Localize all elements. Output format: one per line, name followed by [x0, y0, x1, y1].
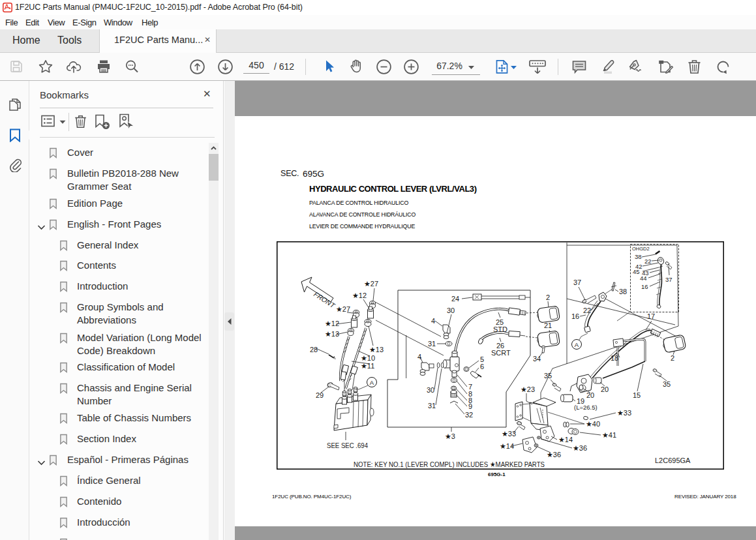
svg-text:28: 28: [310, 346, 318, 353]
svg-text:★23: ★23: [521, 385, 535, 393]
svg-text:45: 45: [633, 268, 640, 275]
svg-text:38: 38: [619, 288, 627, 295]
svg-text:35: 35: [544, 372, 552, 380]
svg-text:2: 2: [546, 293, 550, 301]
svg-text:4: 4: [417, 353, 421, 361]
svg-text:15: 15: [633, 391, 641, 399]
svg-text:29: 29: [316, 391, 324, 399]
svg-text:30: 30: [447, 307, 455, 314]
svg-text:★12: ★12: [325, 320, 339, 327]
svg-text:A: A: [370, 379, 374, 386]
svg-text:31: 31: [428, 340, 436, 348]
svg-text:20: 20: [601, 385, 609, 393]
svg-text:FRONT: FRONT: [312, 290, 337, 310]
svg-text:★41: ★41: [602, 431, 616, 439]
svg-text:16: 16: [641, 283, 648, 290]
svg-text:18: 18: [611, 354, 618, 362]
svg-text:44: 44: [640, 275, 647, 282]
svg-text:★12: ★12: [352, 292, 367, 299]
svg-text:★13: ★13: [369, 346, 384, 353]
svg-text:★27: ★27: [336, 305, 350, 313]
svg-text:16: 16: [571, 312, 579, 320]
svg-text:22: 22: [583, 307, 591, 314]
svg-text:20: 20: [586, 391, 594, 399]
svg-text:★14: ★14: [558, 436, 573, 443]
svg-text:6: 6: [480, 363, 484, 370]
svg-text:★40: ★40: [586, 420, 600, 428]
svg-text:2: 2: [671, 354, 674, 362]
svg-text:★33: ★33: [502, 430, 516, 438]
svg-text:★33: ★33: [617, 409, 631, 417]
svg-text:31: 31: [428, 402, 436, 410]
svg-text:37: 37: [665, 276, 673, 283]
svg-text:★13: ★13: [325, 330, 339, 338]
svg-text:SCRT: SCRT: [491, 349, 511, 357]
svg-text:32: 32: [465, 411, 473, 419]
svg-text:38: 38: [635, 253, 642, 260]
svg-text:(L=26.5): (L=26.5): [574, 404, 597, 411]
svg-text:SEE SEC .694: SEE SEC .694: [327, 442, 368, 449]
svg-text:★36: ★36: [573, 444, 587, 452]
svg-text:L2C695GA: L2C695GA: [655, 457, 691, 464]
svg-text:A: A: [575, 341, 579, 348]
svg-text:24: 24: [451, 295, 459, 303]
svg-text:★27: ★27: [364, 280, 378, 288]
svg-text:17: 17: [647, 312, 655, 320]
svg-text:NOTE: KEY NO.1 (LEVER COMPL) I: NOTE: KEY NO.1 (LEVER COMPL) INCLUDES ★M…: [354, 460, 545, 468]
svg-text:★3: ★3: [445, 432, 455, 440]
svg-text:22: 22: [644, 258, 652, 265]
svg-text:30: 30: [427, 386, 434, 394]
svg-text:4: 4: [431, 317, 435, 325]
svg-text:35: 35: [663, 380, 671, 388]
svg-text:9: 9: [468, 402, 472, 410]
svg-text:21: 21: [544, 322, 552, 329]
svg-text:OHGD2: OHGD2: [632, 246, 650, 252]
svg-text:37: 37: [573, 278, 581, 286]
